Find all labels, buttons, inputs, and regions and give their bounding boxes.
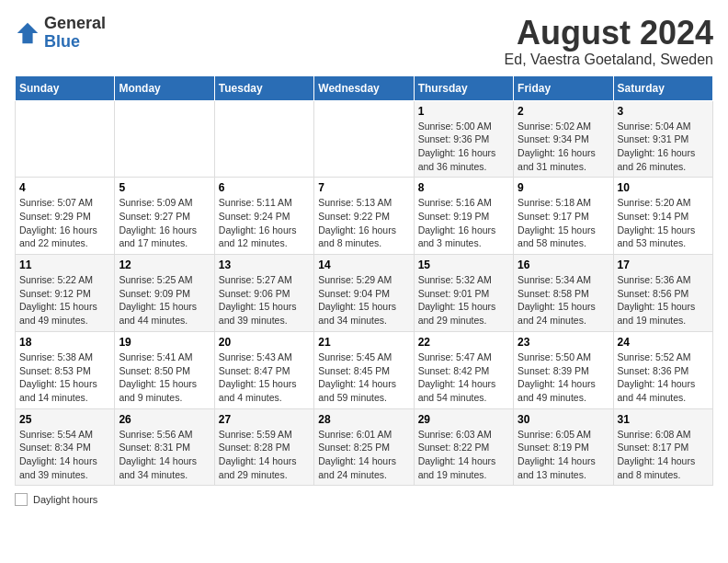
page-header: General Blue August 2024 Ed, Vaestra Goe… [15,15,713,68]
day-info: Sunrise: 5:25 AM Sunset: 9:09 PM Dayligh… [119,273,210,327]
calendar-cell: 29Sunrise: 6:03 AM Sunset: 8:22 PM Dayli… [414,408,513,486]
calendar-row: 25Sunrise: 5:54 AM Sunset: 8:34 PM Dayli… [16,408,713,486]
calendar-cell: 24Sunrise: 5:52 AM Sunset: 8:36 PM Dayli… [613,331,712,408]
day-number: 10 [618,181,709,194]
day-number: 21 [318,336,409,349]
day-number: 3 [618,105,709,118]
day-number: 19 [119,336,210,349]
day-number: 11 [19,259,110,271]
day-info: Sunrise: 5:11 AM Sunset: 9:24 PM Dayligh… [219,196,310,250]
logo-icon [15,20,40,46]
calendar-cell: 15Sunrise: 5:32 AM Sunset: 9:01 PM Dayli… [414,255,513,332]
calendar-cell: 25Sunrise: 5:54 AM Sunset: 8:34 PM Dayli… [16,408,115,486]
day-info: Sunrise: 6:01 AM Sunset: 8:25 PM Dayligh… [318,428,409,482]
day-number: 28 [318,413,409,426]
day-info: Sunrise: 6:05 AM Sunset: 8:19 PM Dayligh… [518,428,609,482]
calendar-header: SundayMondayTuesdayWednesdayThursdayFrid… [16,75,713,100]
day-number: 15 [418,259,509,271]
day-info: Sunrise: 5:13 AM Sunset: 9:22 PM Dayligh… [318,196,409,250]
page-subtitle: Ed, Vaestra Goetaland, Sweden [505,52,713,68]
day-info: Sunrise: 5:29 AM Sunset: 9:04 PM Dayligh… [318,273,409,327]
calendar-cell: 2Sunrise: 5:02 AM Sunset: 9:34 PM Daylig… [514,100,613,178]
calendar-cell: 27Sunrise: 5:59 AM Sunset: 8:28 PM Dayli… [214,408,313,486]
calendar-body: 1Sunrise: 5:00 AM Sunset: 9:36 PM Daylig… [16,100,713,486]
calendar-row: 1Sunrise: 5:00 AM Sunset: 9:36 PM Daylig… [16,100,713,178]
calendar-cell: 3Sunrise: 5:04 AM Sunset: 9:31 PM Daylig… [613,100,712,178]
day-info: Sunrise: 5:27 AM Sunset: 9:06 PM Dayligh… [219,273,310,327]
calendar-row: 4Sunrise: 5:07 AM Sunset: 9:29 PM Daylig… [16,178,713,255]
day-number: 20 [219,336,310,349]
page-title: August 2024 [505,15,713,52]
calendar-cell: 14Sunrise: 5:29 AM Sunset: 9:04 PM Dayli… [314,255,414,332]
day-info: Sunrise: 5:56 AM Sunset: 8:31 PM Dayligh… [119,428,210,482]
header-cell-thursday: Thursday [414,75,513,100]
day-number: 16 [518,259,609,271]
calendar-cell: 5Sunrise: 5:09 AM Sunset: 9:27 PM Daylig… [115,178,214,255]
calendar-cell: 6Sunrise: 5:11 AM Sunset: 9:24 PM Daylig… [214,178,313,255]
day-number: 30 [518,413,609,426]
day-number: 1 [418,105,509,118]
logo-general: General [44,15,106,33]
header-cell-sunday: Sunday [16,75,115,100]
day-info: Sunrise: 5:09 AM Sunset: 9:27 PM Dayligh… [119,196,210,250]
calendar-cell: 20Sunrise: 5:43 AM Sunset: 8:47 PM Dayli… [214,331,313,408]
footer: Daylight hours [15,493,713,506]
day-number: 4 [19,181,110,194]
day-number: 2 [518,105,609,118]
calendar-cell [214,100,313,178]
calendar-cell: 18Sunrise: 5:38 AM Sunset: 8:53 PM Dayli… [16,331,115,408]
day-number: 23 [518,336,609,349]
day-info: Sunrise: 5:00 AM Sunset: 9:36 PM Dayligh… [418,120,509,174]
calendar-cell: 8Sunrise: 5:16 AM Sunset: 9:19 PM Daylig… [414,178,513,255]
calendar-row: 18Sunrise: 5:38 AM Sunset: 8:53 PM Dayli… [16,331,713,408]
calendar-cell [314,100,414,178]
day-info: Sunrise: 5:02 AM Sunset: 9:34 PM Dayligh… [518,120,609,174]
header-cell-monday: Monday [115,75,214,100]
day-number: 8 [418,181,509,194]
day-info: Sunrise: 5:41 AM Sunset: 8:50 PM Dayligh… [119,350,210,405]
calendar-cell: 28Sunrise: 6:01 AM Sunset: 8:25 PM Dayli… [314,408,414,486]
day-number: 18 [19,336,110,349]
calendar-table: SundayMondayTuesdayWednesdayThursdayFrid… [15,75,713,487]
day-info: Sunrise: 5:38 AM Sunset: 8:53 PM Dayligh… [19,350,110,405]
calendar-cell: 22Sunrise: 5:47 AM Sunset: 8:42 PM Dayli… [414,331,513,408]
calendar-cell: 16Sunrise: 5:34 AM Sunset: 8:58 PM Dayli… [514,255,613,332]
footer-label: Daylight hours [33,494,97,505]
daylight-box [15,493,28,506]
calendar-cell: 9Sunrise: 5:18 AM Sunset: 9:17 PM Daylig… [514,178,613,255]
calendar-cell: 4Sunrise: 5:07 AM Sunset: 9:29 PM Daylig… [16,178,115,255]
title-block: August 2024 Ed, Vaestra Goetaland, Swede… [505,15,713,68]
calendar-cell [16,100,115,178]
day-info: Sunrise: 5:20 AM Sunset: 9:14 PM Dayligh… [618,196,709,250]
calendar-cell: 19Sunrise: 5:41 AM Sunset: 8:50 PM Dayli… [115,331,214,408]
day-number: 25 [19,413,110,426]
calendar-cell: 21Sunrise: 5:45 AM Sunset: 8:45 PM Dayli… [314,331,414,408]
day-info: Sunrise: 5:22 AM Sunset: 9:12 PM Dayligh… [19,273,110,327]
day-info: Sunrise: 5:32 AM Sunset: 9:01 PM Dayligh… [418,273,509,327]
day-info: Sunrise: 5:36 AM Sunset: 8:56 PM Dayligh… [618,273,709,327]
day-info: Sunrise: 5:52 AM Sunset: 8:36 PM Dayligh… [618,350,709,405]
day-number: 5 [119,181,210,194]
day-info: Sunrise: 5:18 AM Sunset: 9:17 PM Dayligh… [518,196,609,250]
logo-text: General Blue [44,15,106,52]
calendar-cell: 10Sunrise: 5:20 AM Sunset: 9:14 PM Dayli… [613,178,712,255]
calendar-cell: 7Sunrise: 5:13 AM Sunset: 9:22 PM Daylig… [314,178,414,255]
day-info: Sunrise: 6:03 AM Sunset: 8:22 PM Dayligh… [418,428,509,482]
day-number: 27 [219,413,310,426]
day-number: 26 [119,413,210,426]
day-info: Sunrise: 5:50 AM Sunset: 8:39 PM Dayligh… [518,350,609,405]
day-info: Sunrise: 5:47 AM Sunset: 8:42 PM Dayligh… [418,350,509,405]
day-number: 7 [318,181,409,194]
header-row: SundayMondayTuesdayWednesdayThursdayFrid… [16,75,713,100]
day-info: Sunrise: 5:07 AM Sunset: 9:29 PM Dayligh… [19,196,110,250]
day-number: 14 [318,259,409,271]
day-info: Sunrise: 6:08 AM Sunset: 8:17 PM Dayligh… [618,428,709,482]
calendar-cell: 26Sunrise: 5:56 AM Sunset: 8:31 PM Dayli… [115,408,214,486]
header-cell-wednesday: Wednesday [314,75,414,100]
calendar-cell: 13Sunrise: 5:27 AM Sunset: 9:06 PM Dayli… [214,255,313,332]
calendar-cell: 17Sunrise: 5:36 AM Sunset: 8:56 PM Dayli… [613,255,712,332]
logo-blue: Blue [44,33,106,52]
day-info: Sunrise: 5:04 AM Sunset: 9:31 PM Dayligh… [618,120,709,174]
day-info: Sunrise: 5:16 AM Sunset: 9:19 PM Dayligh… [418,196,509,250]
day-info: Sunrise: 5:45 AM Sunset: 8:45 PM Dayligh… [318,350,409,405]
